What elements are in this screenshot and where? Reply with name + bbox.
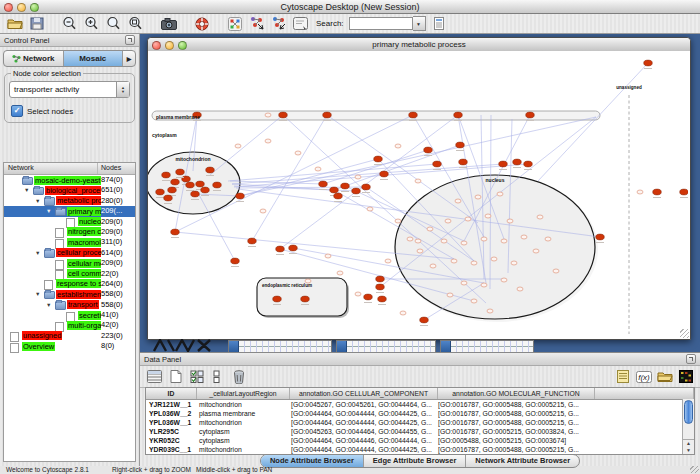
network-node-small[interactable]	[430, 264, 436, 268]
network-node-small[interactable]	[427, 227, 433, 231]
network-node-small[interactable]	[295, 151, 301, 155]
network-node[interactable]	[319, 181, 328, 187]
network-node[interactable]	[459, 159, 468, 165]
unselect-attributes-icon[interactable]	[209, 369, 226, 385]
network-node[interactable]	[289, 245, 298, 251]
network-node-small[interactable]	[417, 249, 423, 253]
network-node-small[interactable]	[265, 139, 271, 143]
network-node[interactable]	[680, 189, 688, 195]
network-node[interactable]	[171, 229, 180, 235]
table-row[interactable]: YJR121W__1mitochondrion[GO:0045267, GO:0…	[146, 400, 694, 409]
network-node[interactable]	[454, 112, 463, 118]
network-node[interactable]	[378, 296, 387, 302]
zoom-fit-icon[interactable]	[127, 16, 144, 32]
network-node-small[interactable]	[465, 217, 471, 221]
network-node-small[interactable]	[521, 235, 527, 239]
network-node-small[interactable]	[461, 281, 467, 285]
col-cellular-component[interactable]: annotation.GO CELLULAR_COMPONENT	[290, 388, 438, 399]
network-node[interactable]	[231, 258, 240, 264]
network-node-small[interactable]	[471, 261, 477, 265]
network-node-small[interactable]	[235, 144, 241, 148]
network-node-small[interactable]	[260, 209, 266, 213]
network-node[interactable]	[236, 193, 245, 199]
tree-row[interactable]: ▼cellular process614(0)	[4, 248, 135, 258]
network-node[interactable]	[273, 296, 282, 302]
network-node[interactable]	[164, 195, 173, 201]
network-node[interactable]	[374, 156, 383, 162]
tree-row[interactable]: macromolecule311(0)	[4, 237, 135, 247]
tab-mosaic[interactable]: Mosaic	[64, 51, 124, 66]
network-node-small[interactable]	[455, 199, 461, 203]
network-node-small[interactable]	[481, 283, 487, 287]
network-node[interactable]	[168, 187, 177, 193]
tree-row[interactable]: mosaic-demo-yeast874(0)	[4, 175, 135, 185]
network-node[interactable]	[409, 112, 418, 118]
table-row[interactable]: YLR295Ccytoplasm[GO:0045263, GO:0044464,…	[146, 427, 694, 436]
heatmap-icon[interactable]	[677, 369, 694, 385]
network-node[interactable]	[376, 284, 385, 290]
network-node[interactable]	[499, 161, 508, 167]
network-node-small[interactable]	[471, 299, 477, 303]
table-row[interactable]: YPL036W__1mitochondrion[GO:0044464, GO:0…	[146, 418, 694, 427]
network-node-small[interactable]	[485, 214, 491, 218]
network-node[interactable]	[182, 176, 191, 182]
delete-attribute-icon[interactable]	[230, 369, 247, 385]
layout-network-icon[interactable]	[248, 16, 265, 32]
network-node-small[interactable]	[447, 293, 453, 297]
network-node[interactable]	[376, 276, 385, 282]
disclosure-triangle-icon[interactable]: ▼	[35, 289, 40, 299]
network-view-window[interactable]: primary metabolic process plasma membran…	[147, 37, 691, 340]
network-node-small[interactable]	[395, 219, 401, 223]
network-node-small[interactable]	[507, 219, 513, 223]
network-node-small[interactable]	[537, 215, 543, 219]
network-node[interactable]	[196, 181, 205, 187]
formula-icon[interactable]: f(x)	[635, 369, 652, 385]
minimized-window-3[interactable]	[440, 340, 534, 352]
network-node[interactable]	[513, 159, 522, 165]
notes-icon[interactable]	[614, 369, 631, 385]
table-row[interactable]: YPL036W__2plasma membrane[GO:0044464, GO…	[146, 409, 694, 418]
network-node[interactable]	[276, 246, 285, 252]
disclosure-triangle-icon[interactable]: ▼	[46, 206, 51, 216]
node-color-dropdown[interactable]: transporter activity ▲▼	[9, 81, 130, 98]
network-node[interactable]	[279, 112, 288, 118]
network-node[interactable]	[596, 234, 605, 240]
tree-row[interactable]: ▼establishment of lo558(0)	[4, 289, 135, 299]
table-scrollbar-thumb[interactable]	[684, 400, 693, 424]
table-scrollbar-arrows[interactable]: ▲▼	[683, 439, 694, 454]
network-node[interactable]	[653, 189, 662, 195]
tree-row[interactable]: cellular metabol209(0)	[4, 258, 135, 268]
destroy-network-icon[interactable]	[270, 16, 287, 32]
tab-network[interactable]: Network	[4, 51, 64, 66]
network-node[interactable]	[323, 112, 332, 118]
network-icon[interactable]	[226, 16, 243, 32]
search-dropdown-arrow[interactable]: ▼	[413, 16, 426, 31]
network-node-small[interactable]	[395, 144, 401, 148]
col-id[interactable]: ID	[146, 388, 197, 399]
network-node-small[interactable]	[265, 113, 271, 117]
network-node-small[interactable]	[355, 292, 361, 296]
float-panel-icon[interactable]	[125, 35, 135, 45]
network-node[interactable]	[364, 294, 373, 300]
network-node[interactable]	[330, 187, 339, 193]
tree-row[interactable]: ▼metabolic process280(0)	[4, 196, 135, 206]
network-node-small[interactable]	[475, 195, 481, 199]
network-node-small[interactable]	[533, 249, 539, 253]
tree-row[interactable]: nucleobase-209(0)	[4, 217, 135, 227]
network-node-small[interactable]	[441, 239, 447, 243]
network-node[interactable]	[206, 167, 215, 173]
network-node[interactable]	[162, 172, 171, 178]
network-node-small[interactable]	[545, 237, 551, 241]
app-titlebar[interactable]: Cytoscape Desktop (New Session)	[0, 0, 700, 14]
network-node-small[interactable]	[451, 259, 457, 263]
zoom-selected-icon[interactable]	[105, 16, 122, 32]
network-node[interactable]	[644, 60, 653, 66]
network-node-small[interactable]	[487, 309, 493, 313]
network-node[interactable]	[341, 183, 350, 189]
data-panel-float-icon[interactable]	[686, 354, 696, 364]
network-node[interactable]	[362, 184, 371, 190]
network-canvas[interactable]: plasma membrane cytoplasm mitochondrion …	[148, 51, 688, 338]
network-node[interactable]	[524, 161, 533, 167]
network-node[interactable]	[433, 161, 442, 167]
network-node-small[interactable]	[461, 241, 467, 245]
